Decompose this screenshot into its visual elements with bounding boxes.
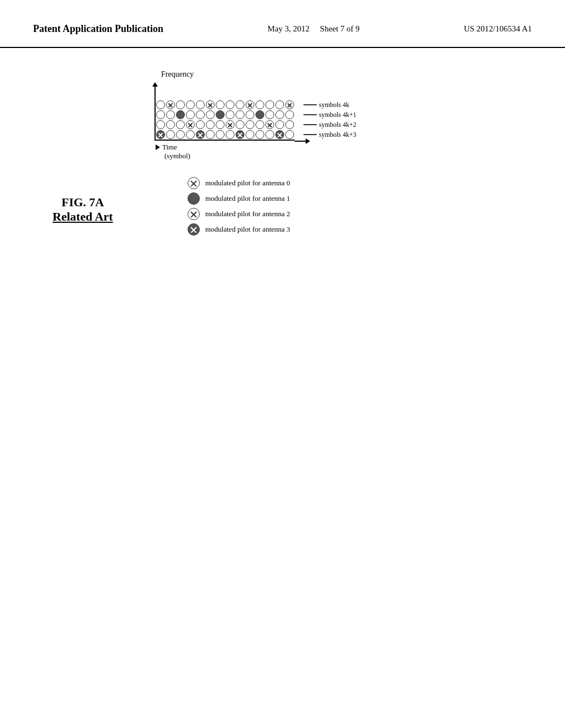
cell-r3-c11 xyxy=(265,130,274,139)
frequency-axis-label: Frequency xyxy=(161,70,194,79)
cell-r2-c5 xyxy=(206,120,215,129)
cell-r3-c0 xyxy=(156,130,165,139)
freq-axis-line xyxy=(154,85,156,95)
symbol-grid xyxy=(154,95,295,141)
cell-r2-c10 xyxy=(255,120,264,129)
cell-r2-c11 xyxy=(265,120,274,129)
cell-r2-c1 xyxy=(166,120,175,129)
column-7 xyxy=(225,100,235,140)
legend-text-2: modulated pilot for antenna 2 xyxy=(205,210,290,218)
column-10 xyxy=(255,100,265,140)
cell-r2-c13 xyxy=(285,120,294,129)
header-right: US 2012/106534 A1 xyxy=(464,22,532,35)
cell-r0-c2 xyxy=(176,100,185,109)
grid-with-axes xyxy=(154,95,295,141)
column-13 xyxy=(285,100,295,140)
legend-item-1: modulated pilot for antenna 1 xyxy=(188,192,290,205)
sheet-info: Sheet 7 of 9 xyxy=(320,24,360,33)
time-sublabel: (symbol) xyxy=(164,152,190,160)
cell-r1-c5 xyxy=(206,110,215,119)
cell-r1-c13 xyxy=(285,110,294,119)
time-label-container: Time xyxy=(156,143,190,152)
legend-symbol-3 xyxy=(188,223,200,235)
patent-number: US 2012/106534 A1 xyxy=(464,24,532,33)
legend-symbol-2 xyxy=(188,208,200,220)
cell-r3-c7 xyxy=(226,130,234,139)
row-label-text-3: symbols 4k+3 xyxy=(319,131,356,139)
diagram-wrapper: symbols 4ksymbols 4k+1symbols 4k+2symbol… xyxy=(154,95,356,141)
legend-area: modulated pilot for antenna 0modulated p… xyxy=(188,177,290,239)
cell-r0-c6 xyxy=(216,100,225,109)
legend-symbol-0 xyxy=(188,177,200,189)
cell-r2-c0 xyxy=(156,120,165,129)
header-center: May 3, 2012 Sheet 7 of 9 xyxy=(268,22,360,35)
time-axis-label-area: Time (symbol) xyxy=(156,143,190,160)
cell-r2-c4 xyxy=(196,120,205,129)
cell-r1-c1 xyxy=(166,110,175,119)
time-label: Time xyxy=(162,143,177,152)
legend-symbol-1 xyxy=(188,192,200,205)
cell-r3-c4 xyxy=(196,130,205,139)
cell-r0-c8 xyxy=(236,100,244,109)
publication-title: Patent Application Publication xyxy=(33,23,163,34)
cell-r1-c9 xyxy=(246,110,254,119)
cell-r3-c10 xyxy=(255,130,264,139)
row-label-3: symbols 4k+3 xyxy=(303,130,356,140)
cell-r3-c3 xyxy=(186,130,195,139)
pub-date: May 3, 2012 xyxy=(268,24,310,33)
time-axis-line xyxy=(295,141,307,142)
column-9 xyxy=(245,100,255,140)
legend-text-3: modulated pilot for antenna 3 xyxy=(205,225,290,234)
cell-r0-c7 xyxy=(226,100,234,109)
frequency-label: Frequency xyxy=(161,70,194,79)
cell-r3-c13 xyxy=(285,130,294,139)
cell-r3-c8 xyxy=(236,130,244,139)
time-arrow-head xyxy=(306,138,310,144)
main-content: FIG. 7A Related Art Frequency xyxy=(0,48,565,261)
cell-r3-c6 xyxy=(216,130,225,139)
row-label-0: symbols 4k xyxy=(303,100,356,110)
row-labels-panel: symbols 4ksymbols 4k+1symbols 4k+2symbol… xyxy=(299,95,356,141)
cell-r1-c2 xyxy=(176,110,185,119)
legend-item-2: modulated pilot for antenna 2 xyxy=(188,208,290,220)
legend-text-1: modulated pilot for antenna 1 xyxy=(205,194,290,203)
cell-r0-c13 xyxy=(285,100,294,109)
cell-r0-c10 xyxy=(255,100,264,109)
cell-r2-c9 xyxy=(246,120,254,129)
cell-r2-c7 xyxy=(226,120,234,129)
row-label-1: symbols 4k+1 xyxy=(303,110,356,120)
header-left: Patent Application Publication xyxy=(33,22,163,36)
column-1 xyxy=(166,100,175,140)
cell-r0-c4 xyxy=(196,100,205,109)
cell-r1-c4 xyxy=(196,110,205,119)
cell-r0-c1 xyxy=(166,100,175,109)
column-3 xyxy=(185,100,195,140)
cell-r3-c2 xyxy=(176,130,185,139)
column-5 xyxy=(205,100,215,140)
column-8 xyxy=(235,100,245,140)
diagram-area: Frequency symbols 4ksymbols 4k+1symbols … xyxy=(154,70,532,239)
cell-r2-c3 xyxy=(186,120,195,129)
legend-item-0: modulated pilot for antenna 0 xyxy=(188,177,290,189)
freq-arrow-head xyxy=(152,82,158,87)
row-label-text-0: symbols 4k xyxy=(319,101,349,109)
legend-item-3: modulated pilot for antenna 3 xyxy=(188,223,290,235)
row-label-text-1: symbols 4k+1 xyxy=(319,111,356,119)
cell-r0-c0 xyxy=(156,100,165,109)
time-arrow-inline xyxy=(156,144,160,150)
column-11 xyxy=(265,100,275,140)
row-label-line-3 xyxy=(303,134,317,135)
cell-r2-c2 xyxy=(176,120,185,129)
cell-r1-c12 xyxy=(275,110,284,119)
cell-r3-c12 xyxy=(275,130,284,139)
cell-r2-c12 xyxy=(275,120,284,129)
column-2 xyxy=(175,100,185,140)
column-0 xyxy=(156,100,166,140)
cell-r0-c5 xyxy=(206,100,215,109)
row-label-line-1 xyxy=(303,114,317,115)
cell-r2-c8 xyxy=(236,120,244,129)
column-6 xyxy=(215,100,225,140)
cell-r1-c11 xyxy=(265,110,274,119)
row-label-line-0 xyxy=(303,104,317,105)
cell-r1-c6 xyxy=(216,110,225,119)
